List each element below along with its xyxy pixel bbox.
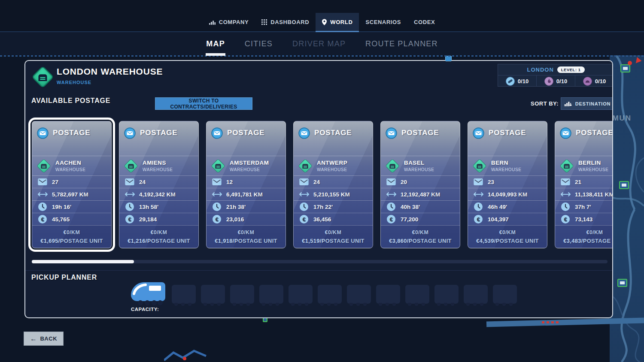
destination-city: ANTWERP <box>317 160 347 166</box>
postage-card[interactable]: POSTAGE AMSTERDAM WAREHOUSE 12 <box>206 121 286 248</box>
time-value: 21h 38' <box>226 204 246 210</box>
resource-value: 0/10 <box>595 78 606 84</box>
time-value: 19h 16' <box>52 204 71 210</box>
map-station-icon[interactable] <box>620 64 630 72</box>
rate-per-unit: €3,483/POSTAGE UNIT <box>563 238 613 244</box>
nav-company[interactable]: COMPANY <box>203 13 255 31</box>
destination-text: BASEL WAREHOUSE <box>404 160 434 172</box>
tab-driver-map[interactable]: DRIVER MAP <box>292 39 346 48</box>
wagon-slot[interactable] <box>347 285 371 304</box>
cards-scrollbar-thumb[interactable] <box>32 260 134 263</box>
resource-stat: 0/10 <box>498 75 536 87</box>
rate-per-unit: €4,539/POSTAGE UNIT <box>476 238 539 244</box>
resource-value: 0/10 <box>556 78 567 84</box>
postage-card[interactable]: POSTAGE BERN WAREHOUSE 23 <box>468 121 547 248</box>
postage-card-body: POSTAGE ANTWERP WAREHOUSE 24 <box>293 121 373 248</box>
card-title: POSTAGE <box>401 129 439 137</box>
distance-row: 6,491,781 KM <box>207 188 286 200</box>
tab-route-planner[interactable]: ROUTE PLANNER <box>365 39 438 48</box>
wagon-slot[interactable] <box>405 285 429 304</box>
resource-stat: 0/10 <box>575 75 613 87</box>
card-title: POSTAGE <box>53 129 90 137</box>
wagon-slot[interactable] <box>201 285 225 304</box>
card-photo-area <box>555 145 613 156</box>
destination-text: AMIENS WAREHOUSE <box>143 160 173 172</box>
distance-arrows-icon <box>560 192 571 197</box>
distance-row: 14,049,993 KM <box>468 188 547 200</box>
warehouse-icon <box>210 158 226 174</box>
postage-card-header: POSTAGE <box>381 121 460 145</box>
clock-icon <box>37 202 48 211</box>
page-subtitle: WAREHOUSE <box>57 80 163 85</box>
wagon-resource-icon <box>506 77 515 86</box>
nav-label: COMPANY <box>219 19 249 25</box>
wagon-slot[interactable] <box>464 285 488 304</box>
destination-row: BASEL WAREHOUSE <box>381 156 460 175</box>
cards-scrollbar-track[interactable] <box>32 260 608 263</box>
euro-icon: € <box>473 215 483 223</box>
money-value: 36,456 <box>313 216 331 223</box>
rate-per-km: €0/KM <box>64 229 80 235</box>
map-station-icon[interactable] <box>619 181 629 189</box>
postage-card-body: POSTAGE BASEL WAREHOUSE 20 <box>380 121 460 248</box>
switch-to-contracts-button[interactable]: SWITCH TO CONTRACTS/DELIVERIES <box>155 97 252 110</box>
panel-divider <box>25 270 612 271</box>
distance-row: 12,192,487 KM <box>381 188 460 200</box>
nav-codex[interactable]: CODEX <box>407 13 441 31</box>
destination-text: AMSTERDAM WAREHOUSE <box>230 160 269 172</box>
postage-count-row: 24 <box>294 175 373 188</box>
destination-city: BERLIN <box>578 160 609 166</box>
nav-dashboard[interactable]: DASHBOARD <box>255 13 316 31</box>
sort-destination-button[interactable]: DESTINATION <box>561 97 613 110</box>
rate-per-unit: €1,519/POSTAGE UNIT <box>302 238 365 244</box>
nav-world[interactable]: WORLD <box>316 13 359 31</box>
wagon-slot[interactable] <box>318 285 342 304</box>
back-button[interactable]: ← BACK <box>24 332 64 346</box>
time-row: 46h 49' <box>468 200 547 213</box>
sort-value: DESTINATION <box>575 101 611 106</box>
destination-type: WAREHOUSE <box>317 167 347 172</box>
postage-count: 24 <box>313 179 320 185</box>
tab-cities[interactable]: CITIES <box>245 39 273 48</box>
postage-mail-icon <box>560 127 571 139</box>
wagon-slot[interactable] <box>434 285 459 304</box>
value-row: € 23,016 <box>207 213 286 225</box>
destination-text: AACHEN WAREHOUSE <box>55 160 86 172</box>
postage-card-header: POSTAGE <box>468 121 547 145</box>
wagon-slot[interactable] <box>289 285 313 304</box>
postage-card[interactable]: POSTAGE ANTWERP WAREHOUSE 24 <box>293 121 373 248</box>
wagon-slot[interactable] <box>230 285 254 304</box>
time-row: 19h 16' <box>32 200 111 213</box>
euro-icon: € <box>386 215 396 223</box>
time-value: 37h 7' <box>575 204 591 210</box>
capacity-label: CAPACITY: <box>131 307 159 312</box>
wagon-slot[interactable] <box>493 285 517 304</box>
nav-scenarios[interactable]: SCENARIOS <box>359 13 407 31</box>
map-station-icon[interactable] <box>617 279 627 287</box>
value-row: € 73,143 <box>555 213 613 225</box>
postage-card[interactable]: POSTAGE BASEL WAREHOUSE 20 <box>380 121 460 248</box>
wagon-slot[interactable] <box>172 285 196 304</box>
postage-count-row: 23 <box>468 175 547 188</box>
postage-count: 23 <box>488 179 494 185</box>
postage-count: 24 <box>139 179 146 185</box>
destination-row: BERLIN WAREHOUSE <box>555 156 613 175</box>
map-sub-nav: MAP CITIES DRIVER MAP ROUTE PLANNER <box>0 32 644 55</box>
clock-icon <box>125 202 135 211</box>
postage-card[interactable]: POSTAGE AMIENS WAREHOUSE 24 <box>119 121 199 248</box>
rates-footer: €0/KM €1,216/POSTAGE UNIT <box>119 225 198 248</box>
destination-row: ANTWERP WAREHOUSE <box>294 156 373 175</box>
panel-header-text: LONDON WAREHOUSE WAREHOUSE <box>57 66 163 85</box>
wagon-slot[interactable] <box>259 285 283 304</box>
postage-card[interactable]: POSTAGE AACHEN WAREHOUSE 27 <box>32 121 112 248</box>
destination-city: BASEL <box>404 160 434 166</box>
wagon-slot[interactable] <box>376 285 400 304</box>
distance-value: 4,192,342 KM <box>139 191 176 198</box>
section-title: AVAILABLE POSTAGE <box>31 97 110 105</box>
destination-type: WAREHOUSE <box>230 167 269 172</box>
rate-per-unit: €3,860/POSTAGE UNIT <box>389 238 452 244</box>
postage-mail-icon <box>124 127 136 139</box>
grid-icon <box>261 19 267 25</box>
tab-map[interactable]: MAP <box>206 39 225 48</box>
postage-card[interactable]: POSTAGE BERLIN WAREHOUSE 21 <box>555 121 613 248</box>
